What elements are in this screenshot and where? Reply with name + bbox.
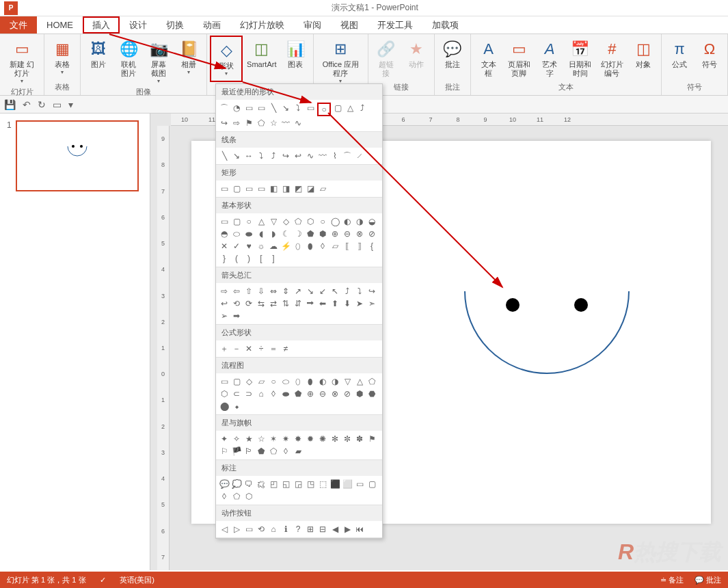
shape-item[interactable]: ⬥ [231,401,242,412]
shape-item[interactable]: ⬡ [219,388,230,399]
shape-item[interactable]: ↗ [293,286,304,297]
shape-line-arrow[interactable]: ↘ [280,103,291,113]
shape-item[interactable]: ⚡ [280,241,291,252]
shape-item[interactable]: ⇔ [268,286,279,297]
shape-item[interactable]: ▢ [231,216,242,227]
shape-item[interactable]: ▭ [219,376,230,387]
status-language[interactable]: 英语(美国) [120,575,154,585]
shape-item[interactable]: ✧ [231,433,242,444]
shape-item[interactable]: ⟧ [354,241,365,252]
shape-item[interactable]: ℹ [280,524,291,535]
shape-item[interactable]: 💭 [231,479,242,490]
shape-item[interactable]: ✕ [243,343,254,354]
shape-item[interactable]: ↘ [231,150,242,161]
online-picture-button[interactable]: 🌐联机图片 [113,36,144,87]
shape-item[interactable]: ⌂ [256,388,267,399]
slideshow-qat-button[interactable]: ▭ [53,99,62,110]
shape-item[interactable]: ⊘ [342,388,353,399]
shape-item[interactable]: ◑ [354,216,365,227]
shape-triangle[interactable]: △ [345,103,355,113]
shape-item[interactable]: ◐ [342,216,353,227]
comment-button[interactable]: 💬批注 [437,36,468,82]
undo-button[interactable]: ↶ [23,99,31,110]
shape-item[interactable]: ↪ [366,286,377,297]
shape-item[interactable]: ○ [243,216,254,227]
shape-item[interactable]: ◊ [219,491,230,502]
shape-item[interactable]: ◩ [293,183,304,194]
wordart-button[interactable]: A艺术字 [535,36,565,82]
shape-scribble[interactable]: ∿ [293,118,304,129]
shape-item[interactable]: ◇ [280,216,291,227]
shape-item[interactable]: ⬠ [231,491,242,502]
shape-item[interactable]: ⌂ [268,524,279,535]
shape-item[interactable]: ⇨ [219,286,230,297]
screenshot-button[interactable]: 📷屏幕截图▾ [144,36,174,87]
shape-item[interactable]: ⇄ [268,298,279,309]
tab-home[interactable]: HOME [37,16,83,34]
table-button[interactable]: ▦ 表格 ▾ [47,36,77,82]
shape-rect[interactable]: ▭ [305,103,316,113]
shape-pie[interactable]: ◔ [231,103,242,113]
shape-item[interactable]: ⬠ [268,446,279,457]
shape-item[interactable]: ⚑ [366,433,377,444]
shape-item[interactable]: ⊕ [305,388,316,399]
shape-item[interactable]: ≠ [280,343,291,354]
shape-item[interactable]: ✹ [305,433,316,444]
shape-item[interactable]: ◒ [366,216,377,227]
shape-item[interactable]: ⟲ [256,524,267,535]
shape-item[interactable]: ⬚ [317,479,328,490]
shape-item[interactable]: ◁ [219,524,230,535]
smile-shape[interactable] [451,278,643,401]
shape-item[interactable]: 🏳 [243,446,254,457]
shape-item[interactable]: ◀ [329,524,340,535]
shape-item[interactable]: ⬭ [231,228,242,239]
object-button[interactable]: ◫对象 [628,36,658,82]
shape-item[interactable]: ◊ [317,241,328,252]
shape-item[interactable]: ⬡ [305,216,316,227]
shape-item[interactable]: ⌇ [329,150,340,161]
shape-item[interactable]: ⇕ [280,286,291,297]
shape-item[interactable]: ÷ [256,343,267,354]
smartart-button[interactable]: ◫SmartArt [243,36,280,82]
qat-customize-icon[interactable]: ▾ [68,99,73,110]
slide-number-button[interactable]: #幻灯片 编号 [596,36,628,82]
shape-textbox[interactable]: ▭ [243,103,254,113]
shape-item[interactable]: ⇩ [256,286,267,297]
shape-item[interactable]: ⬤ [219,401,230,412]
shape-item[interactable]: ◳ [305,479,316,490]
save-button[interactable]: 💾 [4,99,16,110]
shape-item[interactable]: ↔ [243,150,254,161]
status-spell-icon[interactable]: ✓ [100,576,106,585]
shape-item[interactable]: ➢ [219,310,230,321]
shape-item[interactable]: ⬠ [366,376,377,387]
shape-item[interactable]: ◲ [293,479,304,490]
shape-item[interactable]: ⟳ [243,298,254,309]
textbox-button[interactable]: A文本框 [474,36,504,82]
shape-item[interactable]: ⬮ [305,376,316,387]
tab-developer[interactable]: 开发工具 [368,16,422,34]
shape-item[interactable]: ] [268,253,279,264]
shape-item[interactable]: ⇆ [256,298,267,309]
shape-item[interactable]: ⇵ [293,298,304,309]
shape-item[interactable]: ◊ [280,446,291,457]
shape-item[interactable]: ⬅ [317,298,328,309]
tab-design[interactable]: 设计 [120,16,157,34]
shape-item[interactable]: ◱ [280,479,291,490]
shape-item[interactable]: ↪ [280,150,291,161]
slide-thumbnail[interactable] [16,120,139,191]
shape-item[interactable]: 🗨 [243,479,254,490]
shape-item[interactable]: ⟦ [342,241,353,252]
shape-curve-arrow[interactable]: ↪ [219,118,230,129]
shape-item[interactable]: ⇧ [243,286,254,297]
shape-item[interactable]: ⊗ [329,388,340,399]
shape-item[interactable]: ◇ [243,376,254,387]
shape-item[interactable]: ✼ [342,433,353,444]
shape-item[interactable]: ∿ [305,150,316,161]
shape-item[interactable]: ▰ [293,446,304,457]
shape-item[interactable]: ◑ [329,376,340,387]
shape-item[interactable]: [ [256,253,267,264]
shapes-button[interactable]: ◇形状▾ [210,36,243,82]
shape-item[interactable]: ⟋ [354,150,365,161]
shape-flag[interactable]: ⚑ [243,118,254,129]
shape-item[interactable]: 🗯 [256,479,267,490]
